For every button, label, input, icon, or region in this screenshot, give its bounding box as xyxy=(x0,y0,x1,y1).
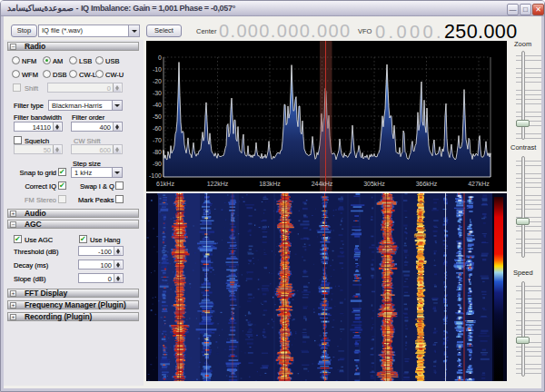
svg-text:183kHz: 183kHz xyxy=(259,181,281,187)
svg-text:-30: -30 xyxy=(153,90,162,96)
svg-text:122kHz: 122kHz xyxy=(207,181,229,187)
svg-text:-50: -50 xyxy=(153,113,162,120)
svg-text:366kHz: 366kHz xyxy=(416,181,438,187)
svg-text:-60: -60 xyxy=(153,125,162,132)
svg-text:0: 0 xyxy=(158,54,162,61)
svg-text:-90: -90 xyxy=(153,161,162,167)
svg-text:305kHz: 305kHz xyxy=(363,181,385,187)
svg-text:-20: -20 xyxy=(153,78,162,84)
svg-text:-40: -40 xyxy=(153,102,162,108)
svg-text:-100: -100 xyxy=(149,172,162,179)
svg-text:427kHz: 427kHz xyxy=(468,181,490,187)
svg-text:-70: -70 xyxy=(153,137,162,143)
svg-text:61kHz: 61kHz xyxy=(156,181,174,187)
svg-text:-10: -10 xyxy=(153,66,162,73)
svg-text:244kHz: 244kHz xyxy=(312,181,333,187)
svg-text:-80: -80 xyxy=(153,149,162,155)
